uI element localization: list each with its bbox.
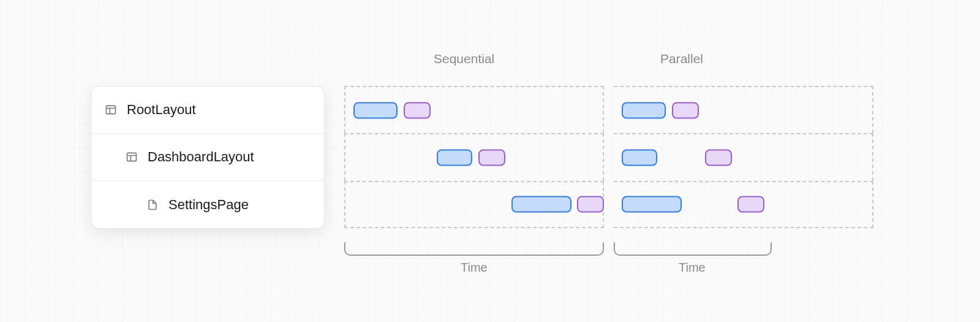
tree-item-label: DashboardLayout	[148, 149, 254, 165]
bar-render	[705, 149, 732, 166]
bar-fetch	[622, 196, 682, 213]
timeline-parallel	[614, 86, 873, 228]
layout-icon	[105, 104, 117, 116]
time-bracket-parallel	[614, 242, 772, 256]
column-header-sequential: Sequential	[434, 52, 494, 66]
tree-item-dashboardlayout: DashboardLayout	[91, 134, 324, 181]
time-bracket-sequential	[344, 242, 604, 256]
layout-icon	[126, 151, 138, 163]
lane-settingspage	[614, 181, 873, 228]
tree-item-label: SettingsPage	[168, 197, 249, 213]
svg-rect-0	[107, 105, 116, 113]
component-tree-card: RootLayout DashboardLayout SettingsPage	[91, 86, 325, 229]
bar-fetch	[622, 149, 657, 166]
page-icon	[146, 199, 159, 211]
bar-fetch	[622, 102, 666, 118]
bar-fetch	[353, 102, 398, 118]
tree-item-label: RootLayout	[127, 102, 196, 118]
lane-dashboardlayout	[614, 133, 873, 180]
lane-settingspage	[344, 181, 604, 228]
bar-fetch	[437, 149, 472, 166]
bar-render	[404, 102, 431, 118]
lane-dashboardlayout	[344, 133, 604, 180]
time-label-parallel: Time	[679, 261, 706, 275]
tree-item-rootlayout: RootLayout	[91, 86, 324, 134]
svg-rect-1	[127, 153, 137, 161]
time-label-sequential: Time	[461, 261, 488, 275]
bar-render	[737, 196, 764, 213]
column-header-parallel: Parallel	[660, 52, 703, 66]
timeline-sequential	[344, 86, 604, 228]
tree-item-settingspage: SettingsPage	[91, 181, 324, 228]
bar-render	[577, 196, 604, 213]
lane-rootlayout	[614, 86, 873, 133]
bar-render	[672, 102, 699, 118]
bar-fetch	[511, 196, 571, 213]
bar-render	[478, 149, 505, 166]
lane-rootlayout	[344, 86, 604, 133]
